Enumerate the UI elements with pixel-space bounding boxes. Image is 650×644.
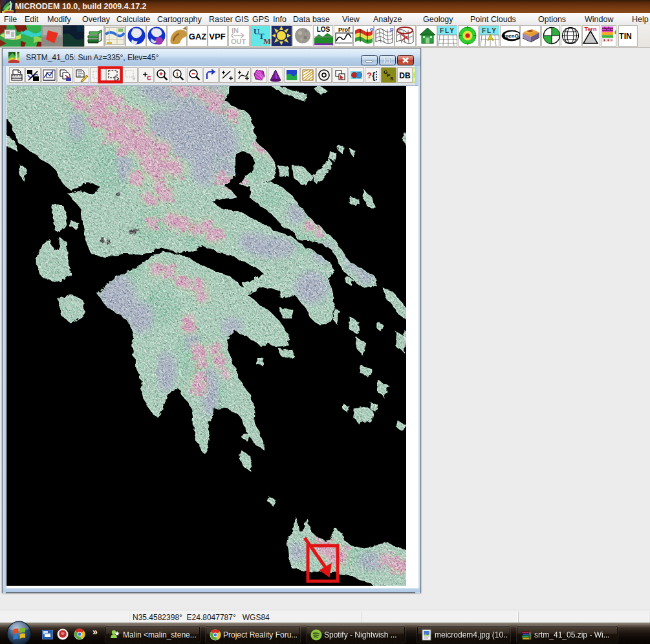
- svg-text:M: M: [263, 36, 270, 46]
- svg-text:OUT: OUT: [231, 38, 246, 45]
- svg-text:LOS: LOS: [317, 26, 330, 33]
- svg-text:1: 1: [175, 71, 179, 78]
- svg-text:S: S: [390, 76, 394, 82]
- svg-text:Prof: Prof: [338, 27, 351, 33]
- svg-text:OpenGL: OpenGL: [501, 33, 520, 39]
- svg-text:FLY: FLY: [482, 27, 497, 34]
- svg-text:GAZ: GAZ: [189, 32, 207, 41]
- svg-text:6: 6: [614, 29, 616, 36]
- svg-text:c: c: [147, 73, 151, 82]
- svg-text:DB: DB: [399, 71, 411, 80]
- svg-text:VPF: VPF: [209, 32, 225, 41]
- svg-text:{: {: [372, 71, 376, 81]
- svg-text:FLY: FLY: [440, 27, 455, 34]
- svg-text:IN: IN: [232, 27, 239, 34]
- svg-text:p: p: [390, 26, 394, 32]
- svg-text:TIN: TIN: [619, 32, 631, 41]
- svg-text:?: ?: [367, 71, 372, 80]
